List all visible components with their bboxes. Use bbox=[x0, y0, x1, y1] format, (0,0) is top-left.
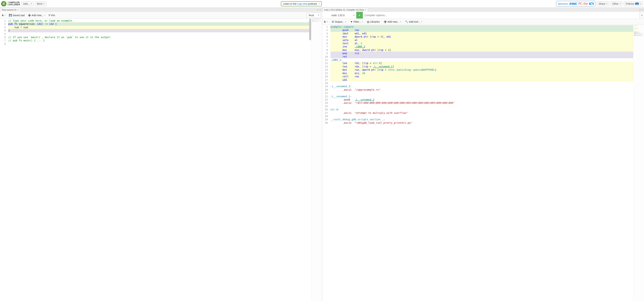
code-line[interactable]: pub fn square(num: i32) -> i32 { bbox=[8, 22, 311, 26]
code-line[interactable]: .asciz "\001gdb_load_rust_pretty_printer… bbox=[330, 121, 634, 124]
code-line[interactable]: mov rax, qword ptr [rip + core::panickin… bbox=[330, 68, 634, 72]
add-button[interactable]: Add... bbox=[21, 1, 34, 6]
filter-button[interactable]: ▼ Filter... bbox=[350, 20, 364, 24]
plus-icon: ➕ bbox=[384, 20, 387, 23]
code-line[interactable]: test al, 1 bbox=[330, 42, 634, 45]
compiler-tab-title: rustc 1.52.0 (Editor #1, Compiler #1) Ru… bbox=[324, 9, 364, 11]
add-new-label: Add new... bbox=[32, 14, 43, 17]
add-new-button[interactable]: ➕ Add new... bbox=[27, 13, 46, 18]
source-editor[interactable]: 12345678 // Type your code here, or load… bbox=[0, 19, 322, 301]
policies-button[interactable]: Policies ☁ bbox=[624, 1, 643, 6]
output-button[interactable]: ⚙ Output... bbox=[331, 20, 347, 24]
sponsors-box[interactable]: Sponsors intel. PC-lint S▦ bbox=[556, 1, 596, 6]
maximize-icon[interactable]: ▭ bbox=[639, 8, 641, 11]
code-line[interactable]: mov eax, dword ptr [rsp + 4] bbox=[330, 48, 634, 52]
add-new-button[interactable]: ➕ Add new... bbox=[383, 20, 402, 24]
book-icon: ▤ bbox=[367, 20, 369, 23]
options-dropdown[interactable]: ▾ bbox=[640, 12, 644, 18]
compiler-pane: rustc 1.52.0 (Editor #1, Compiler #1) Ru… bbox=[322, 8, 644, 301]
logo-icon: ∈ bbox=[1, 1, 6, 6]
banner-link[interactable]: Cpp.chat bbox=[297, 2, 308, 5]
code-line[interactable] bbox=[330, 114, 634, 118]
logo-text: COMPILEREXPLORER bbox=[8, 2, 20, 6]
code-line[interactable]: call rax bbox=[330, 75, 634, 78]
code-line[interactable]: // pub fn main() { ... } bbox=[8, 39, 311, 42]
code-line[interactable]: .ascii "attempt to multiply with overflo… bbox=[330, 111, 634, 114]
save-load-button[interactable]: 💾 Save/Load bbox=[8, 13, 25, 18]
check-icon: ✔ bbox=[358, 14, 361, 17]
close-pane-icon[interactable]: × bbox=[642, 8, 643, 11]
vim-button[interactable]: 𝓥 Vim bbox=[48, 13, 56, 18]
code-line[interactable]: push rax bbox=[330, 28, 634, 32]
close-icon[interactable]: × bbox=[18, 9, 19, 11]
scrollbar-thumb[interactable] bbox=[309, 19, 311, 40]
policies-badge-icon: ☁ bbox=[635, 2, 639, 5]
compiler-select[interactable]: rustc 1.52.0 bbox=[322, 12, 356, 18]
code-line[interactable]: mov esi, 33 bbox=[330, 72, 634, 75]
policies-label: Policies bbox=[626, 2, 634, 5]
source-gutter: 12345678 bbox=[0, 19, 7, 301]
code-line[interactable]: __rustc_debug_gdb_scripts_section__: bbox=[330, 118, 634, 121]
add-tool-button[interactable]: 🔧 Add tool... bbox=[404, 20, 423, 24]
code-line[interactable] bbox=[330, 105, 634, 108]
source-minimap[interactable] bbox=[311, 19, 322, 301]
share-button[interactable]: Share bbox=[596, 1, 609, 6]
asm-editor[interactable]: 1234567891011121314151617181920212223242… bbox=[322, 25, 644, 301]
code-line[interactable]: } bbox=[8, 29, 311, 32]
code-line[interactable]: .asciz "\017\000\000\000\000\000\000\000… bbox=[330, 101, 634, 104]
asm-code[interactable]: example::square: push rax imul edi, edi … bbox=[329, 25, 634, 301]
code-line[interactable]: .L__unnamed_1: bbox=[330, 95, 634, 98]
source-code[interactable]: // Type your code here, or load an examp… bbox=[7, 19, 311, 301]
other-button[interactable]: Other bbox=[610, 1, 622, 6]
compiler-bar: rustc 1.52.0 ✔ ▾ bbox=[322, 12, 644, 19]
code-line[interactable]: // If you use `main()`, declare it as `p… bbox=[8, 36, 311, 39]
code-line[interactable]: imul edi, edi bbox=[330, 32, 634, 35]
code-line[interactable]: pop rcx bbox=[330, 52, 634, 55]
code-line[interactable]: mov dword ptr [rsp + 4], edi bbox=[330, 35, 634, 38]
code-line[interactable]: jne .LBB0_2 bbox=[330, 45, 634, 48]
add-new-label: Add new... bbox=[388, 20, 399, 23]
code-line[interactable]: lea rdx, [rip + .L__unnamed_1] bbox=[330, 65, 634, 68]
code-line[interactable]: example::square: bbox=[330, 25, 634, 28]
language-select[interactable]: Rust bbox=[306, 12, 321, 18]
sponsors-label: Sponsors bbox=[558, 2, 568, 5]
source-tabstrip: Rust source #1 × ▭ × bbox=[0, 8, 322, 12]
compile-status-ok[interactable]: ✔ bbox=[356, 12, 363, 18]
code-line[interactable]: num * num bbox=[8, 26, 311, 29]
logo[interactable]: ∈ COMPILEREXPLORER bbox=[1, 1, 20, 6]
code-line[interactable]: str.0: bbox=[330, 108, 634, 111]
code-line[interactable]: lea rdi, [rip + str.0] bbox=[330, 62, 634, 65]
code-line[interactable]: seto al bbox=[330, 38, 634, 42]
source-tab[interactable]: Rust source #1 × bbox=[0, 8, 21, 12]
close-icon[interactable]: × bbox=[365, 9, 366, 11]
save-icon: 💾 bbox=[9, 14, 12, 17]
code-line[interactable]: // Type your code here, or load an examp… bbox=[8, 19, 311, 22]
code-line[interactable]: ud2 bbox=[330, 78, 634, 82]
language-selected: Rust bbox=[309, 14, 314, 17]
code-line[interactable]: .quad .L__unnamed_2 bbox=[330, 98, 634, 101]
code-line[interactable] bbox=[8, 42, 311, 46]
code-line[interactable] bbox=[330, 82, 634, 85]
code-line[interactable] bbox=[8, 32, 311, 36]
code-line[interactable]: ret bbox=[330, 55, 634, 58]
libraries-label: Libraries bbox=[370, 20, 380, 23]
compiler-tab[interactable]: rustc 1.52.0 (Editor #1, Compiler #1) Ru… bbox=[322, 8, 368, 12]
more-button[interactable]: More bbox=[35, 1, 46, 6]
close-pane-icon[interactable]: × bbox=[320, 8, 321, 11]
libraries-button[interactable]: ▤ Libraries bbox=[366, 20, 380, 24]
source-tab-title: Rust source #1 bbox=[2, 9, 16, 11]
code-line[interactable] bbox=[330, 91, 634, 94]
asm-minimap[interactable] bbox=[633, 25, 644, 301]
source-scrollbar[interactable] bbox=[309, 19, 311, 301]
font-button[interactable]: A bbox=[1, 13, 6, 18]
gear-icon: ⚙ bbox=[332, 20, 334, 23]
banner-close-icon[interactable]: × bbox=[318, 2, 320, 5]
maximize-icon[interactable]: ▭ bbox=[317, 8, 319, 11]
code-line[interactable]: .L__unnamed_2: bbox=[330, 85, 634, 88]
compiler-options-input[interactable] bbox=[363, 12, 640, 18]
code-line[interactable]: .LBB0_2: bbox=[330, 58, 634, 62]
code-line[interactable]: .ascii "/app/example.rs" bbox=[330, 88, 634, 91]
font-button[interactable]: A bbox=[323, 20, 328, 24]
banner-pre: Listen to the bbox=[283, 2, 297, 5]
compiler-toolbar: A ⚙ Output... ▼ Filter... ▤ Libraries ➕ … bbox=[322, 19, 644, 25]
